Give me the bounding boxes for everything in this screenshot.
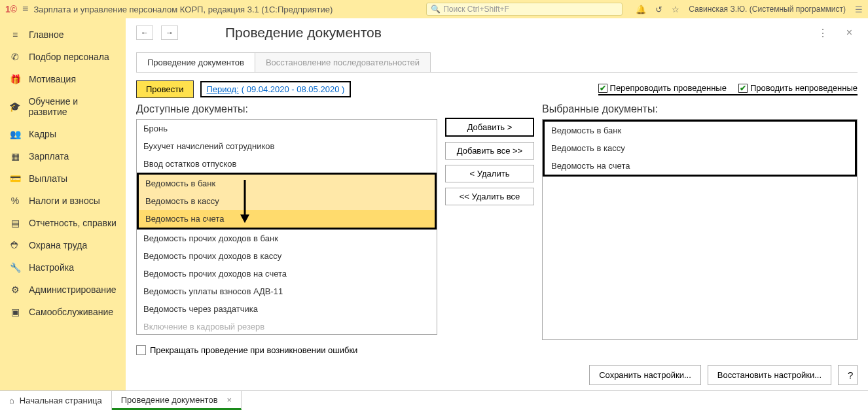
list-item[interactable]: Включение в кадровый резерв	[137, 318, 437, 335]
list-item[interactable]: Ведомость прочих доходов в кассу	[137, 247, 437, 265]
list-item[interactable]: Ведомость в кассу	[545, 139, 855, 157]
transfer-buttons: Добавить > Добавить все >> < Удалить << …	[437, 103, 542, 340]
titlebar: 1© ≡ Зарплата и управление персоналом КО…	[0, 0, 868, 18]
wallet-icon: 💳	[9, 173, 21, 184]
add-button[interactable]: Добавить >	[445, 118, 534, 137]
tab-posting[interactable]: Проведение документов	[136, 52, 255, 72]
phone-icon: ✆	[9, 52, 21, 62]
remove-all-button[interactable]: << Удалить все	[445, 188, 534, 205]
period-selector[interactable]: Период: ( 09.04.2020 - 08.05.2020 )	[200, 81, 352, 97]
sidebar-label: Выплаты	[29, 173, 67, 184]
period-label[interactable]: Период:	[207, 84, 239, 94]
available-title: Доступные документы:	[136, 103, 437, 115]
list-item[interactable]: Ввод остатков отпусков	[137, 155, 437, 173]
star-icon[interactable]: ☆	[672, 5, 679, 14]
sidebar-label: Охрана труда	[29, 240, 87, 250]
sidebar-item-main[interactable]: ≡Главное	[0, 24, 126, 46]
sidebar-label: Кадры	[29, 129, 56, 139]
app-title: Зарплата и управление персоналом КОРП, р…	[33, 5, 333, 14]
logo-1c: 1©	[5, 4, 17, 14]
check-icon: ✔	[598, 84, 607, 93]
list-item[interactable]: Ведомость на счета	[545, 157, 855, 175]
wrench-icon: 🔧	[9, 262, 21, 273]
selected-list[interactable]: Ведомость в банк Ведомость в кассу Ведом…	[542, 119, 858, 340]
search-icon: 🔍	[431, 5, 441, 14]
main-area: ← → Проведение документов ⋮ × Проведение…	[126, 18, 868, 390]
sidebar-label: Мотивация	[29, 74, 76, 84]
sidebar-label: Главное	[29, 29, 64, 40]
home-icon: ⌂	[9, 396, 14, 405]
taskbar-current[interactable]: Проведение документов ×	[112, 391, 242, 410]
sidebar-item-payments[interactable]: 💳Выплаты	[0, 167, 126, 190]
list-item[interactable]: Бронь	[137, 120, 437, 137]
tab-close-icon[interactable]: ×	[227, 395, 232, 405]
list-item[interactable]: Ведомость прочих доходов на счета	[137, 265, 437, 282]
sidebar-item-admin[interactable]: ⚙Администрирование	[0, 279, 126, 301]
search-placeholder: Поиск Ctrl+Shift+F	[443, 5, 509, 14]
nav-forward[interactable]: →	[161, 26, 178, 40]
filter-icon[interactable]: ☰	[855, 5, 863, 14]
checkbox-stop-on-error[interactable]	[136, 345, 146, 355]
highlighted-group: Ведомость в банк Ведомость в кассу Ведом…	[137, 173, 437, 230]
list-item[interactable]: Ведомость через раздатчика	[137, 300, 437, 318]
bell-icon[interactable]: 🔔	[636, 5, 646, 14]
kebab-icon[interactable]: ⋮	[818, 27, 828, 39]
list-item[interactable]: Ведомость в банк	[545, 122, 855, 139]
sidebar-label: Обучение и развитие	[28, 96, 117, 117]
save-settings-button[interactable]: Сохранить настройки...	[589, 365, 701, 385]
home-icon: ≡	[9, 29, 21, 40]
sidebar-label: Налоги и взносы	[29, 196, 100, 206]
sidebar-item-taxes[interactable]: %Налоги и взносы	[0, 190, 126, 212]
username[interactable]: Савинская З.Ю. (Системный программист)	[689, 5, 846, 14]
sidebar-item-settings[interactable]: 🔧Настройка	[0, 256, 126, 279]
sidebar-label: Зарплата	[29, 151, 69, 162]
help-button[interactable]: ?	[838, 365, 858, 385]
taskbar-home[interactable]: ⌂ Начальная страница	[0, 391, 112, 410]
doc-icon: ▤	[9, 218, 21, 228]
sidebar: ≡Главное ✆Подбор персонала 🎁Мотивация 🎓О…	[0, 18, 126, 390]
add-all-button[interactable]: Добавить все >>	[445, 142, 534, 160]
tab-sequence[interactable]: Восстановление последовательностей	[255, 52, 431, 72]
list-item[interactable]: Ведомость уплаты взносов АДВ-11	[137, 282, 437, 300]
list-item[interactable]: Ведомость на счета	[139, 210, 435, 228]
percent-icon: %	[9, 196, 21, 206]
sidebar-item-motivation[interactable]: 🎁Мотивация	[0, 68, 126, 90]
sidebar-label: Самообслуживание	[29, 307, 113, 317]
remove-button[interactable]: < Удалить	[445, 165, 534, 182]
sidebar-item-training[interactable]: 🎓Обучение и развитие	[0, 90, 126, 123]
grad-icon: 🎓	[9, 101, 20, 112]
checkbox-repost[interactable]: ✔ Перепроводить проведенные	[598, 83, 727, 93]
table-icon: ▦	[9, 151, 21, 162]
close-icon[interactable]: ×	[846, 27, 852, 39]
history-icon[interactable]: ↺	[655, 5, 662, 14]
sidebar-item-safety[interactable]: ⛑Охрана труда	[0, 234, 126, 256]
search-input[interactable]: 🔍 Поиск Ctrl+Shift+F	[426, 3, 623, 16]
available-list[interactable]: Бронь Бухучет начислений сотрудников Вво…	[136, 119, 437, 335]
sidebar-item-hr[interactable]: 👥Кадры	[0, 123, 126, 145]
menu-icon[interactable]: ≡	[22, 3, 28, 15]
checkbox-label: Проводить непроведенные	[750, 83, 858, 93]
list-item[interactable]: Бухучет начислений сотрудников	[137, 137, 437, 155]
nav-back[interactable]: ←	[136, 26, 153, 40]
list-item[interactable]: Ведомость в кассу	[139, 192, 435, 210]
helmet-icon: ⛑	[9, 240, 21, 250]
list-item[interactable]: Ведомость прочих доходов в банк	[137, 230, 437, 247]
list-item[interactable]: Ведомость в банк	[139, 175, 435, 192]
gift-icon: 🎁	[9, 74, 21, 84]
stop-on-error-label: Прекращать проведение при возникновении …	[150, 345, 357, 355]
restore-settings-button[interactable]: Восстановить настройки...	[708, 365, 831, 385]
sidebar-item-recruit[interactable]: ✆Подбор персонала	[0, 46, 126, 68]
selected-title: Выбранные документы:	[542, 103, 858, 115]
sidebar-label: Администрирование	[29, 284, 117, 295]
sidebar-label: Отчетность, справки	[29, 218, 117, 228]
tabstrip: Проведение документов Восстановление пос…	[136, 52, 858, 73]
sidebar-item-reports[interactable]: ▤Отчетность, справки	[0, 212, 126, 234]
run-button[interactable]: Провести	[136, 80, 194, 98]
taskbar-current-label: Проведение документов	[121, 395, 218, 405]
sidebar-item-salary[interactable]: ▦Зарплата	[0, 145, 126, 167]
gear-icon: ⚙	[9, 284, 21, 295]
sidebar-item-self[interactable]: ▣Самообслуживание	[0, 301, 126, 323]
checkbox-post-unposted[interactable]: ✔ Проводить непроведенные	[738, 83, 858, 93]
people-icon: 👥	[9, 129, 21, 139]
check-icon: ✔	[738, 84, 748, 93]
